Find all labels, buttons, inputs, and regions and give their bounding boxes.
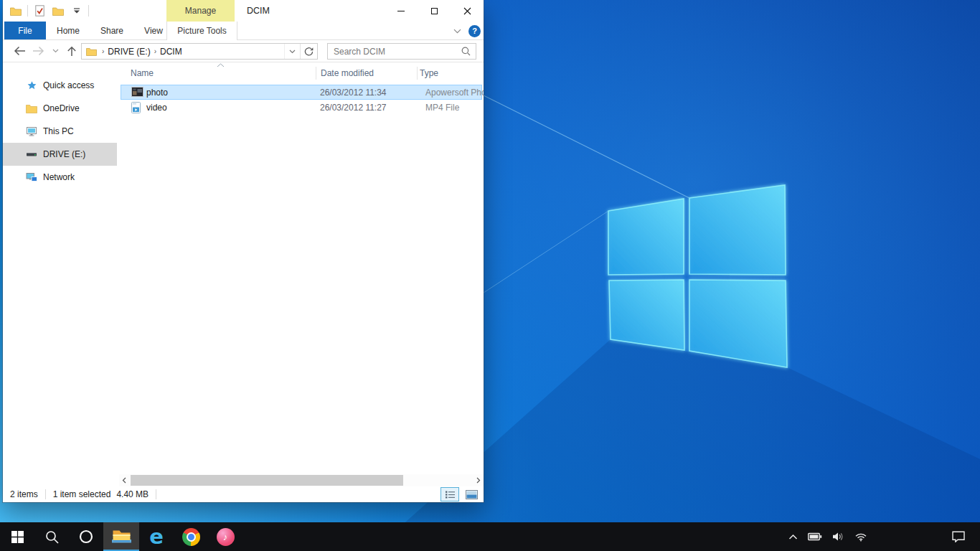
chevron-right-icon bbox=[476, 477, 481, 484]
view-toggles bbox=[440, 487, 481, 501]
contextual-tab-header[interactable]: Manage bbox=[166, 0, 235, 22]
photo-thumbnail-icon bbox=[131, 87, 143, 99]
scroll-right-button[interactable] bbox=[473, 474, 484, 486]
details-view-button[interactable] bbox=[440, 487, 459, 501]
refresh-icon bbox=[304, 47, 314, 56]
toolbar-separator bbox=[27, 5, 28, 17]
expand-ribbon-button[interactable] bbox=[453, 29, 461, 34]
close-button[interactable] bbox=[451, 0, 484, 22]
properties-check-icon bbox=[35, 5, 44, 17]
taskbar-file-explorer-button[interactable] bbox=[103, 522, 139, 551]
address-dropdown-button[interactable] bbox=[284, 44, 300, 59]
caption-buttons bbox=[385, 0, 484, 22]
column-divider[interactable] bbox=[316, 67, 316, 80]
qat-new-folder-button[interactable] bbox=[51, 3, 65, 19]
sidebar-item-label: Network bbox=[43, 172, 75, 182]
back-arrow-icon bbox=[14, 46, 26, 56]
sidebar-item-label: DRIVE (E:) bbox=[43, 149, 85, 159]
breadcrumb-drive[interactable]: DRIVE (E:) bbox=[108, 47, 150, 57]
search-icon bbox=[45, 530, 59, 544]
scrollbar-thumb[interactable] bbox=[131, 475, 403, 486]
sidebar-item-quick-access[interactable]: Quick access bbox=[3, 74, 119, 97]
taskbar bbox=[0, 522, 980, 551]
edge-icon bbox=[149, 527, 164, 547]
file-rows: photo 26/03/2012 11:34 Apowersoft Pho vi… bbox=[119, 85, 484, 115]
taskbar-apps bbox=[0, 522, 242, 551]
forward-button[interactable] bbox=[29, 42, 47, 60]
cortana-button[interactable] bbox=[69, 522, 103, 551]
search-icon[interactable] bbox=[461, 47, 471, 56]
address-bar[interactable]: DRIVE (E:) DCIM bbox=[81, 43, 318, 60]
scroll-left-button[interactable] bbox=[119, 474, 129, 486]
chevron-down-icon bbox=[289, 50, 296, 54]
file-row-video[interactable]: video 26/03/2012 11:27 MP4 File bbox=[119, 100, 484, 115]
sidebar-item-drive-e[interactable]: DRIVE (E:) bbox=[3, 143, 117, 166]
navigation-bar: DRIVE (E:) DCIM bbox=[3, 40, 484, 62]
horizontal-scrollbar[interactable] bbox=[119, 474, 484, 486]
file-type: MP4 File bbox=[425, 103, 459, 113]
column-divider[interactable] bbox=[417, 67, 418, 80]
forward-arrow-icon bbox=[32, 46, 44, 56]
sidebar-item-network[interactable]: Network bbox=[3, 166, 119, 189]
itunes-icon bbox=[217, 528, 235, 546]
action-center-button[interactable] bbox=[947, 522, 970, 551]
video-file-icon bbox=[131, 102, 141, 116]
search-input[interactable] bbox=[328, 47, 461, 57]
taskbar-itunes-button[interactable] bbox=[208, 522, 242, 551]
wifi-tray-button[interactable] bbox=[849, 522, 872, 551]
taskbar-chrome-button[interactable] bbox=[174, 522, 208, 551]
tab-file[interactable]: File bbox=[4, 22, 46, 39]
selection-size: 4.40 MB bbox=[116, 489, 149, 499]
sidebar-item-this-pc[interactable]: This PC bbox=[3, 120, 119, 143]
network-icon bbox=[26, 171, 37, 183]
sidebar-item-label: This PC bbox=[43, 126, 74, 136]
minimize-icon bbox=[397, 11, 405, 11]
qat-customize-button[interactable] bbox=[70, 3, 84, 19]
help-button[interactable] bbox=[468, 25, 481, 37]
large-icons-view-button[interactable] bbox=[462, 487, 481, 501]
toolbar-separator bbox=[88, 5, 89, 17]
breadcrumb-separator-icon bbox=[151, 47, 160, 55]
status-separator bbox=[45, 489, 46, 499]
column-header-date-modified[interactable]: Date modified bbox=[321, 68, 374, 78]
up-arrow-icon bbox=[67, 46, 77, 57]
tab-picture-tools[interactable]: Picture Tools bbox=[166, 22, 237, 40]
cortana-circle-icon bbox=[79, 529, 93, 544]
status-bar: 2 items 1 item selected 4.40 MB bbox=[3, 486, 484, 502]
sidebar-item-onedrive[interactable]: OneDrive bbox=[3, 97, 119, 120]
file-date-modified: 26/03/2012 11:34 bbox=[320, 88, 387, 98]
item-count: 2 items bbox=[10, 489, 38, 499]
desktop-screen: Manage DCIM File Home Share View Picture… bbox=[0, 0, 980, 551]
column-header-type[interactable]: Type bbox=[420, 68, 438, 78]
tab-share[interactable]: Share bbox=[90, 22, 133, 39]
up-button[interactable] bbox=[63, 42, 80, 60]
chevron-down-icon bbox=[453, 29, 461, 34]
tab-home[interactable]: Home bbox=[46, 22, 90, 39]
file-explorer-window: Manage DCIM File Home Share View Picture… bbox=[3, 0, 484, 502]
file-name: video bbox=[146, 103, 167, 113]
volume-tray-button[interactable] bbox=[827, 522, 849, 551]
thumbnail-view-icon bbox=[466, 490, 478, 499]
chevron-down-icon bbox=[52, 49, 59, 53]
minimize-button[interactable] bbox=[385, 0, 418, 22]
explorer-window-icon bbox=[9, 3, 23, 19]
breadcrumb-folder[interactable]: DCIM bbox=[160, 47, 182, 57]
start-button[interactable] bbox=[0, 522, 34, 551]
show-hidden-icons-button[interactable] bbox=[783, 522, 803, 551]
taskbar-edge-button[interactable] bbox=[139, 522, 174, 551]
title-bar: Manage DCIM bbox=[3, 0, 484, 22]
scrollbar-track[interactable] bbox=[129, 474, 473, 486]
search-taskbar-button[interactable] bbox=[34, 522, 69, 551]
column-header-name[interactable]: Name bbox=[131, 68, 154, 78]
qat-properties-button[interactable] bbox=[32, 3, 47, 19]
battery-tray-button[interactable] bbox=[803, 522, 827, 551]
refresh-button[interactable] bbox=[300, 44, 317, 59]
back-button[interactable] bbox=[11, 42, 28, 60]
breadcrumb-separator-icon bbox=[98, 47, 108, 55]
recent-locations-button[interactable] bbox=[47, 42, 64, 60]
wifi-icon bbox=[854, 532, 867, 542]
new-folder-icon bbox=[52, 6, 64, 16]
maximize-button[interactable] bbox=[418, 0, 451, 22]
file-row-photo[interactable]: photo 26/03/2012 11:34 Apowersoft Pho bbox=[121, 85, 482, 100]
quick-access-star-icon bbox=[26, 80, 37, 91]
